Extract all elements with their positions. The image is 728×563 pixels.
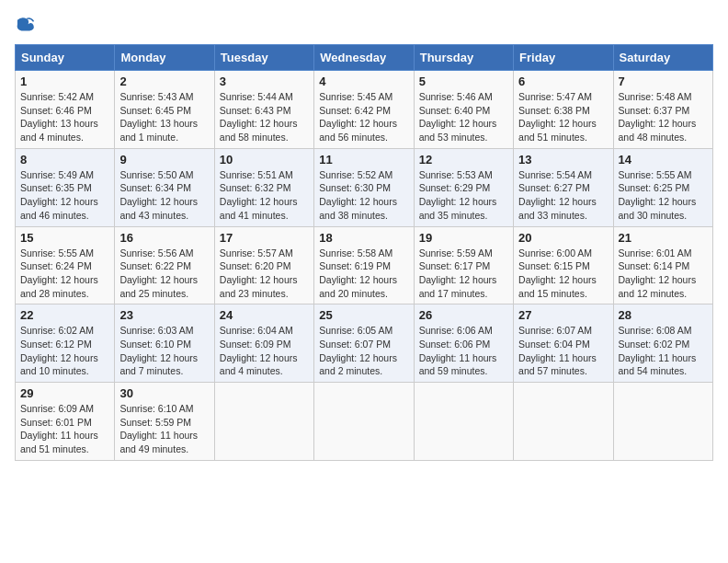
day-number: 18 xyxy=(319,231,408,245)
calendar-cell: 4 Sunrise: 5:45 AM Sunset: 6:42 PM Dayli… xyxy=(314,71,414,149)
day-number: 25 xyxy=(319,308,408,322)
day-info: Sunrise: 6:10 AM Sunset: 5:59 PM Dayligh… xyxy=(119,402,209,456)
day-info: Sunrise: 5:59 AM Sunset: 6:17 PM Dayligh… xyxy=(419,247,508,301)
day-number: 30 xyxy=(119,386,209,400)
calendar-cell: 16 Sunrise: 5:56 AM Sunset: 6:22 PM Dayl… xyxy=(115,226,214,304)
logo xyxy=(15,15,39,35)
calendar-cell: 30 Sunrise: 6:10 AM Sunset: 5:59 PM Dayl… xyxy=(115,383,214,461)
day-info: Sunrise: 5:51 AM Sunset: 6:32 PM Dayligh… xyxy=(220,168,309,223)
day-info: Sunrise: 5:54 AM Sunset: 6:27 PM Dayligh… xyxy=(518,168,608,223)
calendar-cell: 20 Sunrise: 6:00 AM Sunset: 6:15 PM Dayl… xyxy=(514,226,613,304)
calendar-cell xyxy=(514,383,613,461)
day-number: 12 xyxy=(419,153,508,167)
day-info: Sunrise: 6:09 AM Sunset: 6:01 PM Dayligh… xyxy=(20,402,109,456)
column-header-wednesday: Wednesday xyxy=(314,45,414,71)
calendar-cell: 18 Sunrise: 5:58 AM Sunset: 6:19 PM Dayl… xyxy=(314,226,414,304)
day-number: 3 xyxy=(220,75,309,88)
column-header-tuesday: Tuesday xyxy=(214,45,313,71)
day-info: Sunrise: 6:00 AM Sunset: 6:15 PM Dayligh… xyxy=(518,247,608,301)
day-info: Sunrise: 5:46 AM Sunset: 6:40 PM Dayligh… xyxy=(419,90,508,144)
calendar-cell xyxy=(613,383,712,461)
day-info: Sunrise: 6:06 AM Sunset: 6:06 PM Dayligh… xyxy=(419,324,508,378)
day-number: 23 xyxy=(119,308,209,322)
calendar-cell: 24 Sunrise: 6:04 AM Sunset: 6:09 PM Dayl… xyxy=(214,304,313,383)
calendar-cell: 19 Sunrise: 5:59 AM Sunset: 6:17 PM Dayl… xyxy=(414,226,513,304)
day-number: 4 xyxy=(319,75,408,88)
day-info: Sunrise: 6:03 AM Sunset: 6:10 PM Dayligh… xyxy=(119,324,209,378)
day-number: 15 xyxy=(20,231,109,245)
day-number: 13 xyxy=(518,153,608,167)
day-number: 20 xyxy=(518,231,608,245)
day-number: 21 xyxy=(619,231,708,245)
header xyxy=(15,15,713,35)
day-info: Sunrise: 6:08 AM Sunset: 6:02 PM Dayligh… xyxy=(619,324,708,378)
day-info: Sunrise: 5:52 AM Sunset: 6:30 PM Dayligh… xyxy=(319,168,408,223)
calendar-cell: 10 Sunrise: 5:51 AM Sunset: 6:32 PM Dayl… xyxy=(214,148,313,226)
calendar-cell: 2 Sunrise: 5:43 AM Sunset: 6:45 PM Dayli… xyxy=(115,71,214,149)
column-header-saturday: Saturday xyxy=(613,45,712,71)
calendar-table: SundayMondayTuesdayWednesdayThursdayFrid… xyxy=(15,44,713,461)
column-header-thursday: Thursday xyxy=(414,45,513,71)
calendar-cell: 3 Sunrise: 5:44 AM Sunset: 6:43 PM Dayli… xyxy=(214,71,313,149)
day-info: Sunrise: 5:58 AM Sunset: 6:19 PM Dayligh… xyxy=(319,247,408,301)
calendar-cell: 14 Sunrise: 5:55 AM Sunset: 6:25 PM Dayl… xyxy=(613,148,712,226)
day-info: Sunrise: 5:56 AM Sunset: 6:22 PM Dayligh… xyxy=(119,247,209,301)
calendar-cell: 17 Sunrise: 5:57 AM Sunset: 6:20 PM Dayl… xyxy=(214,226,313,304)
calendar-cell: 27 Sunrise: 6:07 AM Sunset: 6:04 PM Dayl… xyxy=(514,304,613,383)
calendar-cell: 8 Sunrise: 5:49 AM Sunset: 6:35 PM Dayli… xyxy=(16,148,115,226)
logo-icon xyxy=(15,15,35,35)
calendar-cell: 9 Sunrise: 5:50 AM Sunset: 6:34 PM Dayli… xyxy=(115,148,214,226)
day-info: Sunrise: 5:42 AM Sunset: 6:46 PM Dayligh… xyxy=(20,90,109,144)
day-number: 28 xyxy=(619,308,708,322)
day-number: 26 xyxy=(419,308,508,322)
column-header-monday: Monday xyxy=(115,45,214,71)
calendar-cell: 21 Sunrise: 6:01 AM Sunset: 6:14 PM Dayl… xyxy=(613,226,712,304)
calendar-cell: 6 Sunrise: 5:47 AM Sunset: 6:38 PM Dayli… xyxy=(514,71,613,149)
calendar-cell: 15 Sunrise: 5:55 AM Sunset: 6:24 PM Dayl… xyxy=(16,226,115,304)
day-number: 24 xyxy=(220,308,309,322)
calendar-cell: 23 Sunrise: 6:03 AM Sunset: 6:10 PM Dayl… xyxy=(115,304,214,383)
day-number: 29 xyxy=(20,386,109,400)
calendar-cell: 12 Sunrise: 5:53 AM Sunset: 6:29 PM Dayl… xyxy=(414,148,513,226)
day-info: Sunrise: 6:01 AM Sunset: 6:14 PM Dayligh… xyxy=(619,247,708,301)
calendar-cell: 26 Sunrise: 6:06 AM Sunset: 6:06 PM Dayl… xyxy=(414,304,513,383)
calendar-cell xyxy=(414,383,513,461)
day-info: Sunrise: 5:44 AM Sunset: 6:43 PM Dayligh… xyxy=(220,90,309,144)
day-number: 14 xyxy=(619,153,708,167)
day-number: 9 xyxy=(119,153,209,167)
day-number: 22 xyxy=(20,308,109,322)
calendar-cell: 5 Sunrise: 5:46 AM Sunset: 6:40 PM Dayli… xyxy=(414,71,513,149)
day-info: Sunrise: 5:47 AM Sunset: 6:38 PM Dayligh… xyxy=(518,90,608,144)
calendar-cell: 13 Sunrise: 5:54 AM Sunset: 6:27 PM Dayl… xyxy=(514,148,613,226)
day-number: 8 xyxy=(20,153,109,167)
day-info: Sunrise: 5:48 AM Sunset: 6:37 PM Dayligh… xyxy=(619,90,708,144)
day-info: Sunrise: 6:02 AM Sunset: 6:12 PM Dayligh… xyxy=(20,324,109,378)
day-number: 17 xyxy=(220,231,309,245)
day-number: 27 xyxy=(518,308,608,322)
calendar-cell: 25 Sunrise: 6:05 AM Sunset: 6:07 PM Dayl… xyxy=(314,304,414,383)
calendar-cell: 7 Sunrise: 5:48 AM Sunset: 6:37 PM Dayli… xyxy=(613,71,712,149)
day-number: 1 xyxy=(20,75,109,88)
day-info: Sunrise: 5:57 AM Sunset: 6:20 PM Dayligh… xyxy=(220,247,309,301)
day-info: Sunrise: 6:05 AM Sunset: 6:07 PM Dayligh… xyxy=(319,324,408,378)
day-number: 16 xyxy=(119,231,209,245)
day-number: 10 xyxy=(220,153,309,167)
column-header-sunday: Sunday xyxy=(16,45,115,71)
calendar-cell xyxy=(214,383,313,461)
calendar-cell: 29 Sunrise: 6:09 AM Sunset: 6:01 PM Dayl… xyxy=(16,383,115,461)
day-info: Sunrise: 5:45 AM Sunset: 6:42 PM Dayligh… xyxy=(319,90,408,144)
day-info: Sunrise: 5:43 AM Sunset: 6:45 PM Dayligh… xyxy=(119,90,209,144)
calendar-cell xyxy=(314,383,414,461)
day-number: 2 xyxy=(119,75,209,88)
calendar-cell: 28 Sunrise: 6:08 AM Sunset: 6:02 PM Dayl… xyxy=(613,304,712,383)
day-info: Sunrise: 5:55 AM Sunset: 6:24 PM Dayligh… xyxy=(20,247,109,301)
column-header-friday: Friday xyxy=(514,45,613,71)
calendar-cell: 22 Sunrise: 6:02 AM Sunset: 6:12 PM Dayl… xyxy=(16,304,115,383)
day-number: 7 xyxy=(619,75,708,88)
day-info: Sunrise: 5:50 AM Sunset: 6:34 PM Dayligh… xyxy=(119,168,209,223)
day-info: Sunrise: 6:07 AM Sunset: 6:04 PM Dayligh… xyxy=(518,324,608,378)
day-info: Sunrise: 5:55 AM Sunset: 6:25 PM Dayligh… xyxy=(619,168,708,223)
day-number: 6 xyxy=(518,75,608,88)
calendar-cell: 1 Sunrise: 5:42 AM Sunset: 6:46 PM Dayli… xyxy=(16,71,115,149)
day-number: 19 xyxy=(419,231,508,245)
